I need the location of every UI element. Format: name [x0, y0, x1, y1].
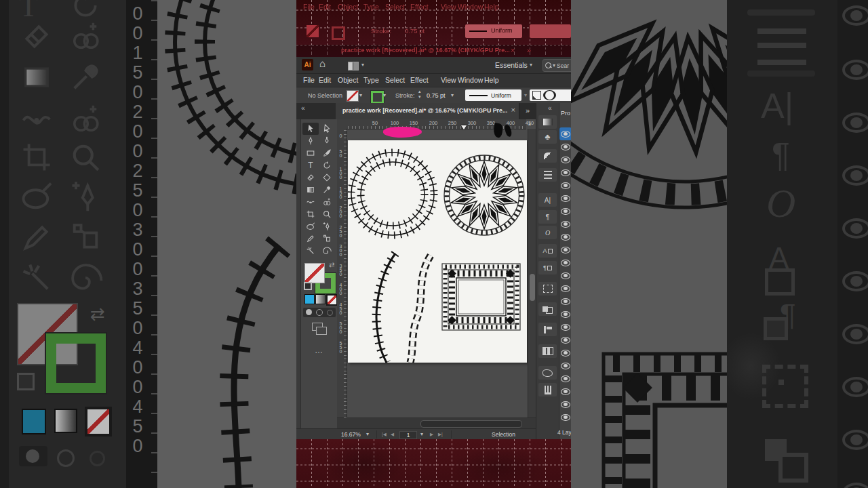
character-panel-icon[interactable]: A| [538, 193, 557, 207]
tool-symbol-sprayer[interactable] [319, 232, 335, 245]
layer-visibility-toggle[interactable] [559, 205, 571, 218]
tool-width[interactable] [302, 196, 319, 208]
stroke-weight-value[interactable]: 0.75 pt [427, 92, 446, 99]
brush-definition-select[interactable] [530, 89, 571, 101]
layer-visibility-toggle[interactable] [559, 359, 571, 372]
tool-free-transform[interactable] [319, 171, 335, 184]
tool-shaper[interactable] [302, 220, 319, 232]
fill-color-well[interactable] [347, 90, 359, 102]
artboard-collection-icon2[interactable] [316, 327, 327, 335]
search-box[interactable]: ▾ Sear [542, 59, 571, 72]
tool-add-anchor[interactable] [319, 220, 335, 232]
vertical-scrollbar[interactable] [528, 129, 536, 418]
opentype-panel-icon[interactable]: O [538, 226, 557, 239]
last-artboard-nav[interactable]: ▶| [438, 432, 443, 437]
width-profile-caret[interactable]: ▾ [524, 93, 527, 98]
layer-visibility-toggle[interactable] [559, 321, 571, 333]
tool-pencil[interactable] [302, 232, 319, 245]
tool-spiral[interactable] [319, 245, 335, 257]
toolbar-collapse-icon[interactable]: « [301, 104, 305, 112]
artboard[interactable] [348, 140, 527, 363]
fill-caret[interactable]: ▾ [359, 93, 362, 98]
layer-visibility-toggle[interactable] [559, 243, 571, 256]
para-styles-panel-icon[interactable]: ¶ [538, 261, 557, 274]
workspace-caret[interactable]: ▾ [530, 62, 532, 68]
tool-rotate[interactable] [319, 159, 335, 171]
artboard-number[interactable]: 1 [399, 431, 417, 439]
gradient-tool-panel-icon[interactable] [538, 149, 557, 163]
tool-curvature[interactable] [319, 135, 335, 147]
artboard-caret[interactable]: ▾ [420, 432, 423, 437]
gradient-panel-icon[interactable] [538, 115, 557, 129]
brushes-panel-icon[interactable] [538, 383, 557, 396]
more-tools[interactable]: … [315, 346, 323, 355]
arrange-documents-icon[interactable] [348, 62, 359, 70]
layer-visibility-toggle[interactable] [559, 256, 571, 269]
ruler-scroll-arrow[interactable]: ▴ [528, 121, 531, 127]
zoom-caret[interactable]: ▾ [366, 432, 369, 437]
layer-visibility-toggle[interactable] [559, 140, 571, 153]
layer-visibility-toggle[interactable] [559, 230, 571, 243]
ruler-corner[interactable] [337, 119, 347, 129]
layer-visibility-toggle[interactable] [559, 179, 571, 192]
layer-visibility-toggle[interactable] [559, 346, 571, 359]
menu-window[interactable]: Window [458, 76, 483, 84]
horizontal-scrollbar-thumb[interactable] [420, 420, 522, 428]
align-panel-icon[interactable] [538, 323, 557, 336]
tool-artboard[interactable] [302, 208, 319, 220]
search-text[interactable]: Sear [557, 62, 569, 69]
menu-edit[interactable]: Edit [319, 76, 331, 84]
stroke-stepper-down[interactable]: ▾ [418, 94, 421, 100]
arrange-documents-caret[interactable]: ▾ [361, 62, 364, 68]
home-icon[interactable]: ⌂ [319, 58, 326, 69]
stroke-panel-icon[interactable] [538, 168, 557, 182]
workspace-switcher[interactable]: Essentials [495, 61, 528, 69]
tool-pen[interactable] [302, 135, 319, 147]
layer-visibility-toggle[interactable] [559, 127, 571, 140]
menu-help[interactable]: Help [484, 76, 499, 84]
draw-inside-icon[interactable] [327, 310, 333, 316]
color-mode-color[interactable] [304, 294, 315, 304]
tool-gradient[interactable] [302, 184, 319, 196]
menu-view[interactable]: View [441, 76, 456, 84]
variable-width-select[interactable]: Uniform [465, 89, 521, 101]
tool-shape-builder[interactable] [319, 196, 335, 208]
layer-visibility-toggle[interactable] [559, 192, 571, 205]
stroke-stepper-up[interactable]: ▴ [418, 89, 421, 94]
tool-direct-selection[interactable] [319, 123, 335, 135]
swatches-panel-icon[interactable] [538, 366, 557, 380]
layer-visibility-toggle[interactable] [559, 153, 571, 166]
artboards-panel-icon[interactable] [538, 344, 557, 358]
stroke-color-well[interactable] [371, 91, 384, 104]
tool-type[interactable]: T [302, 159, 319, 171]
clover-panel-icon[interactable]: ♣ [538, 130, 557, 144]
vertical-scrollbar-thumb[interactable] [530, 274, 535, 301]
layer-visibility-toggle[interactable] [559, 308, 571, 321]
char-styles-panel-icon[interactable]: A [538, 244, 557, 258]
layer-visibility-toggle[interactable] [559, 372, 571, 385]
tab-close-icon[interactable]: × [511, 106, 515, 114]
swap-fill-stroke-icon[interactable]: ⇄ [329, 261, 334, 268]
layer-visibility-toggle[interactable] [559, 166, 571, 179]
layer-visibility-toggle[interactable] [559, 282, 571, 295]
draw-normal-icon[interactable] [306, 309, 312, 315]
next-artboard-nav[interactable]: ▶ [430, 432, 433, 437]
zoom-level[interactable]: 16.67% [341, 431, 361, 438]
vertical-ruler[interactable]: 0 50 100 150 200 250 300 350 400 450 500… [337, 129, 347, 418]
document-tab[interactable]: practice work [Recovered].ai* @ 16.67% (… [336, 103, 519, 119]
dock-collapse-icon[interactable]: « [548, 104, 552, 112]
layer-visibility-toggle[interactable] [559, 411, 571, 424]
layer-visibility-toggle[interactable] [559, 398, 571, 411]
menu-file[interactable]: File [303, 76, 315, 84]
layer-visibility-toggle[interactable] [559, 269, 571, 282]
first-artboard-nav[interactable]: |◀ [382, 432, 387, 437]
tool-zoom[interactable] [319, 208, 335, 220]
paragraph-panel-icon[interactable]: ¶ [538, 210, 557, 224]
stroke-weight-caret[interactable]: ▾ [451, 93, 454, 98]
tool-eraser[interactable] [302, 171, 319, 184]
tool-selection[interactable] [302, 123, 319, 135]
pathfinder-panel-icon[interactable] [538, 302, 557, 316]
draw-behind-icon[interactable] [316, 309, 323, 316]
ai-logo[interactable]: Ai [302, 59, 313, 70]
tool-paintbrush[interactable] [319, 147, 335, 159]
